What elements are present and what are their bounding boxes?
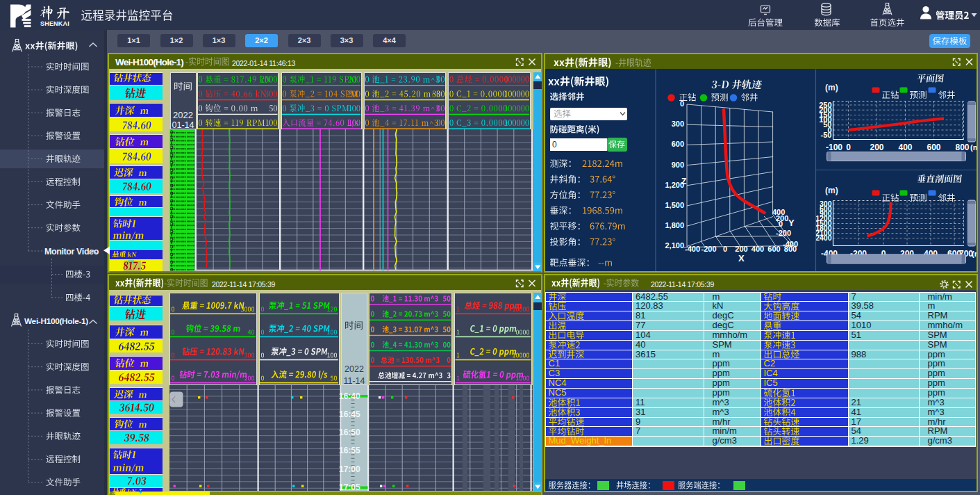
svg-text:Y: Y [788,218,795,228]
svg-text:X: X [738,253,745,263]
svg-text:1,800: 1,800 [665,221,684,229]
svg-text:0: 0 [846,143,851,152]
svg-text:900: 900 [671,160,683,168]
svg-text:(m): (m) [970,143,977,152]
svg-text:-400: -400 [783,239,798,248]
svg-text:17:00: 17:00 [339,464,360,473]
svg-text:200: 200 [870,143,883,152]
svg-text:1,500: 1,500 [665,201,684,209]
svg-text:Z: Z [681,177,686,186]
svg-text:0: 0 [679,99,683,108]
svg-text:16:40: 16:40 [339,391,360,400]
svg-text:2400: 2400 [816,234,832,242]
svg-text:400: 400 [751,245,763,253]
svg-text:-50: -50 [821,130,832,138]
svg-text:0: 0 [779,220,783,228]
svg-text:17:05: 17:05 [339,482,360,492]
svg-text:0: 0 [722,245,726,253]
svg-text:16:55: 16:55 [339,446,360,455]
svg-text:400: 400 [898,143,912,152]
svg-text:16:50: 16:50 [339,428,360,437]
svg-text:300: 300 [671,120,683,128]
svg-text:2,100: 2,100 [665,241,684,250]
svg-text:16:45: 16:45 [339,409,360,419]
svg-text:600: 600 [927,143,940,152]
svg-text:-200: -200 [701,245,716,253]
svg-text:600: 600 [671,140,683,148]
svg-text:-400: -400 [684,245,699,253]
svg-text:200: 200 [735,245,747,253]
svg-text:-100: -100 [826,143,842,152]
svg-text:-200: -200 [776,229,791,237]
svg-text:600: 600 [767,245,780,253]
svg-text:(m): (m) [972,250,977,258]
svg-text:800: 800 [955,143,969,152]
